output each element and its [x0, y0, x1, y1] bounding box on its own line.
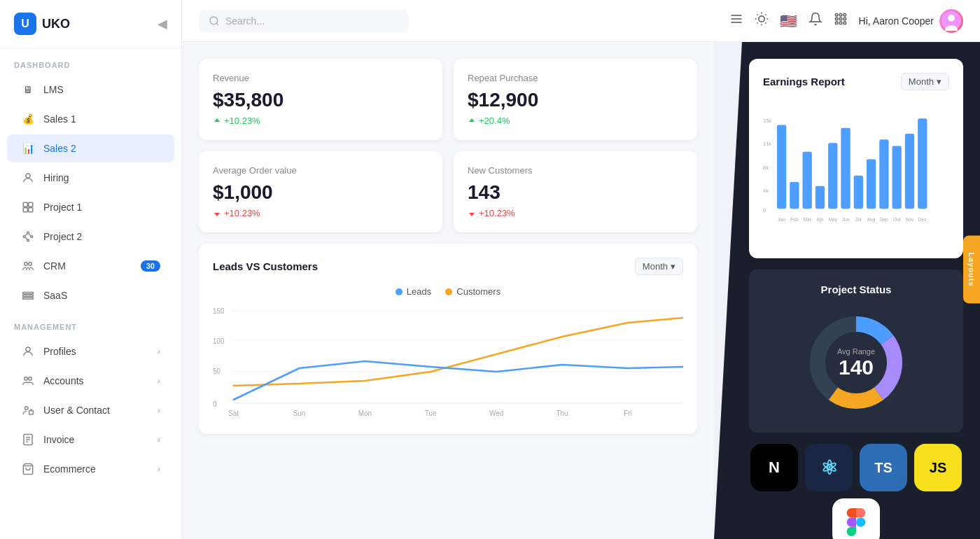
svg-text:Oct: Oct — [893, 217, 900, 222]
avg-order-change: +10.23% — [213, 208, 428, 218]
svg-rect-50 — [839, 22, 841, 24]
svg-rect-14 — [23, 293, 34, 294]
notification-icon[interactable] — [808, 12, 822, 29]
svg-text:Tue: Tue — [425, 410, 437, 417]
svg-text:Jan: Jan — [778, 217, 785, 222]
sidebar-item-saas[interactable]: SaaS — [7, 281, 174, 309]
sidebar-item-ecommerce[interactable]: Ecommerce › — [7, 455, 174, 483]
arrow-down-icon — [213, 209, 221, 218]
svg-text:Dec: Dec — [918, 217, 927, 222]
arrow-up-icon — [468, 117, 476, 125]
stat-card-avg-order: Average Order value $1,000 +10.23% — [199, 151, 442, 232]
legend-leads: Leads — [396, 286, 431, 297]
sidebar-item-sales2[interactable]: 📊 Sales 2 — [7, 134, 174, 162]
avg-order-label: Average Order value — [213, 165, 428, 176]
svg-point-29 — [210, 17, 218, 24]
sidebar-item-sales1[interactable]: 💰 Sales 1 — [7, 105, 174, 133]
svg-text:Jul: Jul — [855, 217, 862, 222]
svg-point-13 — [29, 262, 32, 266]
svg-text:Mar: Mar — [803, 217, 811, 222]
sidebar-item-user-contact[interactable]: User & Contact › — [7, 396, 174, 424]
chevron-icon: › — [158, 405, 160, 415]
javascript-icon[interactable]: JS — [914, 444, 962, 491]
svg-rect-49 — [835, 22, 837, 24]
new-customers-change: +10.23% — [468, 208, 683, 218]
header: Search... 🇺🇸 Hi, Aaron Cooper — [182, 0, 980, 42]
sidebar-item-label: Ecommerce — [43, 463, 96, 475]
sidebar-item-label: LMS — [43, 84, 64, 95]
svg-rect-45 — [844, 14, 846, 16]
search-icon — [209, 15, 220, 27]
earnings-chart-card: Earnings Report Month ▾ 15k 11k 8k 4k 0 — [749, 59, 963, 258]
figma-svg — [846, 508, 866, 536]
svg-rect-97 — [918, 118, 927, 209]
sidebar-item-accounts[interactable]: Accounts › — [7, 367, 174, 395]
sidebar-item-label: SaaS — [43, 290, 67, 301]
chevron-icon: › — [158, 376, 160, 386]
svg-rect-2 — [29, 202, 33, 206]
svg-rect-43 — [835, 14, 837, 16]
arrow-down-icon — [468, 209, 476, 218]
hiring-icon — [21, 171, 35, 185]
figma-icon[interactable] — [832, 498, 880, 539]
sidebar-item-project2[interactable]: Project 2 — [7, 223, 174, 251]
logo-area: U UKO — [14, 13, 70, 35]
arrow-up-icon — [213, 117, 221, 125]
svg-point-7 — [31, 236, 33, 238]
svg-rect-77 — [790, 182, 799, 209]
layouts-sidebar: Layouts — [963, 235, 980, 303]
main-content: Search... 🇺🇸 Hi, Aaron Cooper — [182, 0, 980, 539]
earnings-chart-svg: 15k 11k 8k 4k 0 Jan Feb Mar — [763, 102, 949, 241]
svg-point-19 — [29, 377, 32, 381]
sidebar-item-crm[interactable]: CRM 30 — [7, 252, 174, 280]
sidebar-item-invoice[interactable]: Invoice › — [7, 426, 174, 454]
svg-text:0: 0 — [213, 400, 217, 408]
stats-row-top: Revenue $35,800 +10.23% Repeat Purchase … — [199, 59, 697, 140]
svg-rect-91 — [879, 139, 888, 209]
svg-text:150: 150 — [213, 307, 225, 315]
sidebar-item-lms[interactable]: 🖥 LMS — [7, 76, 174, 104]
sidebar-item-hiring[interactable]: Hiring — [7, 164, 174, 192]
customers-label: Customers — [456, 286, 500, 297]
svg-line-41 — [757, 22, 757, 23]
svg-text:15k: 15k — [763, 118, 771, 124]
svg-text:8k: 8k — [763, 164, 769, 171]
search-bar[interactable]: Search... — [199, 10, 409, 32]
svg-rect-1 — [23, 202, 27, 206]
user-avatar — [939, 9, 963, 33]
right-panel: Earnings Report Month ▾ 15k 11k 8k 4k 0 — [714, 42, 980, 539]
svg-point-17 — [26, 347, 30, 351]
new-customers-label: New Customers — [468, 165, 683, 176]
react-icon[interactable]: ⚛ — [805, 444, 853, 491]
earnings-header: Earnings Report Month ▾ — [763, 73, 949, 90]
stat-card-revenue: Revenue $35,800 +10.23% — [199, 59, 442, 140]
theme-icon[interactable] — [755, 12, 769, 29]
flag-icon[interactable]: 🇺🇸 — [780, 13, 797, 29]
new-customers-value: 143 — [468, 181, 683, 204]
revenue-value: $35,800 — [213, 89, 428, 111]
ecommerce-icon — [21, 462, 35, 476]
leads-filter[interactable]: Month ▾ — [635, 258, 683, 275]
nextjs-icon[interactable]: N — [750, 444, 798, 491]
dashboard-section-label: DASHBOARD — [0, 48, 181, 75]
svg-text:Sat: Sat — [228, 410, 239, 417]
svg-text:May: May — [828, 217, 837, 223]
crm-badge: 30 — [141, 260, 160, 272]
earnings-filter[interactable]: Month ▾ — [901, 73, 949, 90]
menu-icon[interactable] — [729, 12, 743, 29]
content-wrapper: Revenue $35,800 +10.23% Repeat Purchase … — [182, 42, 980, 539]
user-info[interactable]: Hi, Aaron Cooper — [859, 9, 963, 33]
sidebar-item-project1[interactable]: Project 1 — [7, 193, 174, 221]
collapse-button[interactable]: ◀ — [158, 16, 167, 31]
typescript-icon[interactable]: TS — [860, 444, 907, 491]
sidebar-item-label: Invoice — [43, 434, 74, 445]
svg-point-6 — [27, 232, 29, 234]
layouts-button[interactable]: Layouts — [963, 235, 980, 303]
sidebar-item-profiles[interactable]: Profiles › — [7, 337, 174, 365]
svg-rect-46 — [835, 18, 837, 20]
apps-icon[interactable] — [834, 12, 848, 29]
invoice-icon — [21, 433, 35, 447]
svg-text:Jun: Jun — [842, 217, 850, 222]
svg-rect-47 — [839, 18, 841, 20]
donut-chart: Avg Range 140 — [800, 307, 912, 419]
